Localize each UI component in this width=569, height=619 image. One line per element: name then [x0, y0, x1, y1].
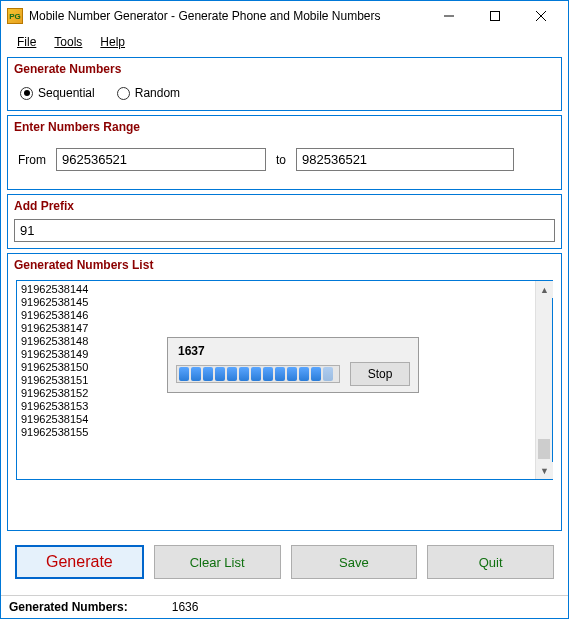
status-label: Generated Numbers: [9, 600, 128, 614]
chevron-down-icon: ▼ [540, 466, 549, 476]
group-prefix: Add Prefix [7, 194, 562, 249]
progress-count: 1637 [176, 344, 410, 358]
scroll-thumb[interactable] [538, 439, 550, 459]
radio-sequential-label: Sequential [38, 86, 95, 100]
group-title-generate: Generate Numbers [8, 58, 561, 82]
chevron-up-icon: ▲ [540, 285, 549, 295]
from-label: From [18, 153, 46, 167]
app-icon: PG [7, 8, 23, 24]
radio-dot-icon [117, 87, 130, 100]
quit-button[interactable]: Quit [427, 545, 554, 579]
from-input[interactable] [56, 148, 266, 171]
scroll-up-button[interactable]: ▲ [536, 281, 553, 298]
radio-dot-icon [20, 87, 33, 100]
minimize-button[interactable] [426, 2, 472, 30]
close-button[interactable] [518, 2, 564, 30]
radio-random-label: Random [135, 86, 180, 100]
scrollbar-vertical[interactable]: ▲ ▼ [535, 281, 552, 479]
statusbar: Generated Numbers: 1636 [1, 595, 568, 618]
group-title-list: Generated Numbers List [8, 254, 561, 278]
menubar: File Tools Help [1, 31, 568, 53]
minimize-icon [444, 11, 454, 21]
stop-button[interactable]: Stop [350, 362, 410, 386]
close-icon [536, 11, 546, 21]
window-title: Mobile Number Generator - Generate Phone… [29, 9, 426, 23]
numbers-list-box: 91962538144 91962538145 91962538146 9196… [16, 280, 553, 480]
group-generated-list: Generated Numbers List 91962538144 91962… [7, 253, 562, 531]
group-title-range: Enter Numbers Range [8, 116, 561, 140]
to-label: to [276, 153, 286, 167]
radio-sequential[interactable]: Sequential [20, 86, 95, 100]
titlebar: PG Mobile Number Generator - Generate Ph… [1, 1, 568, 31]
save-button[interactable]: Save [291, 545, 418, 579]
menu-tools[interactable]: Tools [54, 35, 82, 49]
prefix-input[interactable] [14, 219, 555, 242]
maximize-button[interactable] [472, 2, 518, 30]
menu-help[interactable]: Help [100, 35, 125, 49]
clear-list-button[interactable]: Clear List [154, 545, 281, 579]
action-buttons-row: Generate Clear List Save Quit [7, 535, 562, 589]
group-title-prefix: Add Prefix [8, 195, 561, 219]
progress-bar [176, 365, 340, 383]
menu-file[interactable]: File [17, 35, 36, 49]
generate-button[interactable]: Generate [15, 545, 144, 579]
progress-dialog: 1637 Stop [167, 337, 419, 393]
radio-random[interactable]: Random [117, 86, 180, 100]
svg-rect-1 [491, 12, 500, 21]
to-input[interactable] [296, 148, 514, 171]
status-value: 1636 [172, 600, 199, 614]
group-generate-numbers: Generate Numbers Sequential Random [7, 57, 562, 111]
maximize-icon [490, 11, 500, 21]
group-range: Enter Numbers Range From to [7, 115, 562, 190]
scroll-down-button[interactable]: ▼ [536, 462, 553, 479]
